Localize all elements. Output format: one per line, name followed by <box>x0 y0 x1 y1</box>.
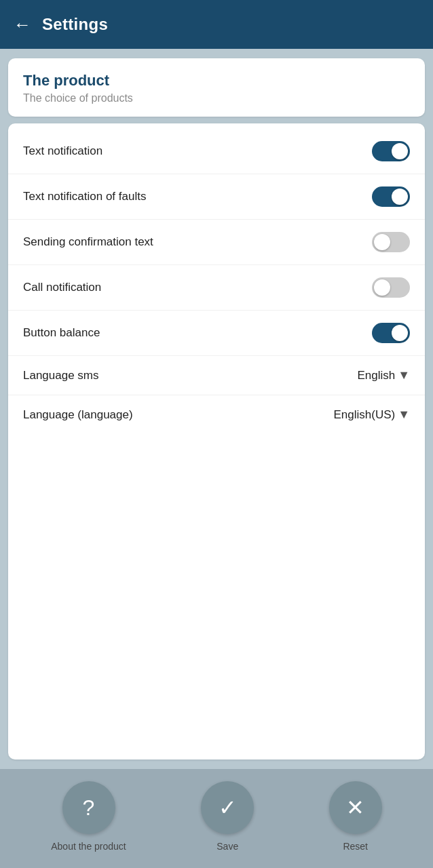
toggle-track-call-notification <box>372 277 410 298</box>
toggle-track-sending-confirmation-text <box>372 232 410 252</box>
setting-label-button-balance: Button balance <box>23 326 100 340</box>
bottom-btn-icon-about-product: ? <box>62 781 115 834</box>
bottom-btn-label-save: Save <box>216 841 238 852</box>
bottom-btn-about-product[interactable]: ?About the product <box>51 781 126 852</box>
toggle-thumb-text-notification-faults <box>392 189 408 205</box>
dropdown-language-language[interactable]: English(US)▼ <box>333 408 410 422</box>
toggle-track-text-notification <box>372 141 410 161</box>
dropdown-arrow-icon-language-language: ▼ <box>398 408 410 422</box>
bottom-btn-save[interactable]: ✓Save <box>201 781 254 852</box>
setting-row-call-notification: Call notification <box>8 265 425 311</box>
bottom-btn-icon-reset: ✕ <box>329 781 382 834</box>
toggle-track-text-notification-faults <box>372 186 410 207</box>
setting-row-text-notification: Text notification <box>8 129 425 174</box>
setting-label-sending-confirmation-text: Sending confirmation text <box>23 235 153 249</box>
bottom-btn-reset[interactable]: ✕Reset <box>329 781 382 852</box>
setting-row-language-sms: Language smsEnglish▼ <box>8 356 425 395</box>
toggle-thumb-sending-confirmation-text <box>374 234 390 250</box>
toggle-text-notification-faults[interactable] <box>372 186 410 207</box>
bottom-btn-icon-save: ✓ <box>201 781 254 834</box>
dropdown-value-language-sms: English <box>357 369 395 382</box>
back-button[interactable]: ← <box>14 14 31 35</box>
bottom-bar: ?About the product✓Save✕Reset <box>0 769 433 868</box>
toggle-track-button-balance <box>372 323 410 343</box>
toggle-button-balance[interactable] <box>372 323 410 343</box>
setting-row-sending-confirmation-text: Sending confirmation text <box>8 220 425 265</box>
toggle-thumb-call-notification <box>374 279 390 296</box>
setting-row-text-notification-faults: Text notification of faults <box>8 174 425 220</box>
product-name: The product <box>23 72 410 90</box>
setting-row-button-balance: Button balance <box>8 311 425 356</box>
dropdown-arrow-icon-language-sms: ▼ <box>398 368 410 382</box>
setting-label-text-notification: Text notification <box>23 144 102 158</box>
setting-label-language-language: Language (language) <box>23 408 133 422</box>
toggle-thumb-text-notification <box>392 143 408 159</box>
setting-row-language-language: Language (language)English(US)▼ <box>8 395 425 434</box>
toggle-thumb-button-balance <box>392 325 408 341</box>
main-content: The product The choice of products Text … <box>0 49 433 769</box>
product-subtitle: The choice of products <box>23 92 410 104</box>
page-title: Settings <box>42 15 108 34</box>
bottom-btn-label-about-product: About the product <box>51 841 126 852</box>
setting-label-text-notification-faults: Text notification of faults <box>23 190 146 203</box>
setting-label-language-sms: Language sms <box>23 369 99 382</box>
product-card: The product The choice of products <box>8 58 425 117</box>
app-header: ← Settings <box>0 0 433 49</box>
toggle-sending-confirmation-text[interactable] <box>372 232 410 252</box>
dropdown-language-sms[interactable]: English▼ <box>357 368 410 382</box>
toggle-text-notification[interactable] <box>372 141 410 161</box>
toggle-call-notification[interactable] <box>372 277 410 298</box>
bottom-btn-label-reset: Reset <box>343 841 368 852</box>
dropdown-value-language-language: English(US) <box>333 408 395 422</box>
settings-card: Text notificationText notification of fa… <box>8 123 425 760</box>
setting-label-call-notification: Call notification <box>23 281 101 294</box>
